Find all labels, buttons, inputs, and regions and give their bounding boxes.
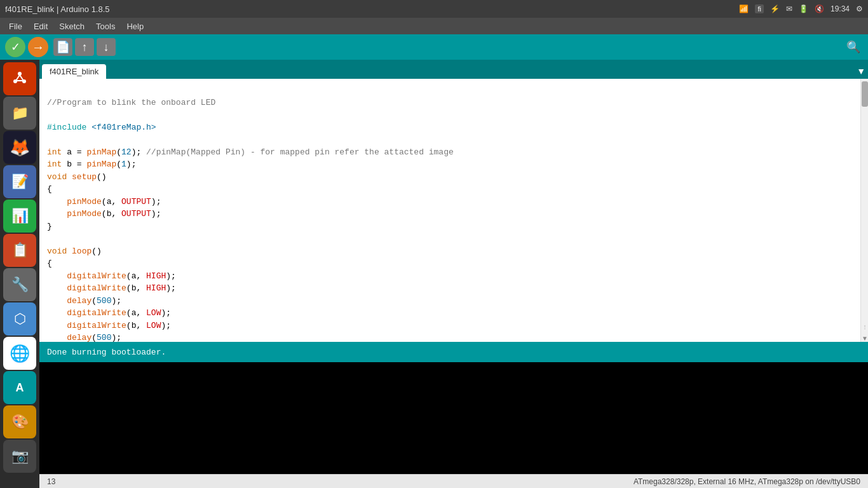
open-button[interactable]: ↑ (75, 38, 94, 56)
status-bar: Done burning bootloader. (39, 342, 868, 362)
titlebar-title: f401RE_blink | Arduino 1.8.5 (5, 4, 110, 14)
tools-icon[interactable]: 🔧 (3, 268, 36, 301)
save-button[interactable]: ↓ (97, 38, 116, 56)
clock: 19:34 (831, 4, 850, 13)
search-button[interactable]: 🔍 (844, 37, 863, 57)
camera-icon[interactable]: 📷 (3, 440, 36, 473)
text-editor-icon[interactable]: 📝 (3, 165, 36, 198)
menu-edit[interactable]: Edit (29, 20, 53, 32)
menu-help[interactable]: Help (121, 20, 149, 32)
console-output (39, 362, 868, 474)
menubar: File Edit Sketch Tools Help (0, 18, 868, 34)
tab-label: f401RE_blink (50, 67, 98, 76)
titlebar: f401RE_blink | Arduino 1.8.5 📶 fi ⚡ ✉ 🔋 … (0, 0, 868, 18)
new-button[interactable]: 📄 (53, 38, 72, 56)
volume-icon: 🔇 (815, 4, 824, 13)
bluetooth-icon: ⚡ (770, 4, 780, 13)
spreadsheet-icon[interactable]: 📊 (3, 200, 36, 233)
main-area: 📁 🦊 📝 📊 📋 🔧 ⬡ 🌐 A 🎨 📷 f401RE_blink ▼ //P… (0, 60, 868, 488)
settings-icon: ⚙ (856, 4, 863, 13)
status-message: Done burning bootloader. (47, 348, 166, 357)
status-footer: 13 ATmega328/328p, External 16 MHz, ATme… (39, 474, 868, 488)
firefox-icon[interactable]: 🦊 (3, 131, 36, 164)
image-editor-icon[interactable]: 🎨 (3, 405, 36, 438)
toolbar: ✓ → 📄 ↑ ↓ 🔍 (0, 34, 868, 60)
code-editor[interactable]: //Program to blink the onboard LED #incl… (39, 79, 860, 342)
mail-icon: ✉ (786, 4, 792, 13)
fi-badge: fi (755, 4, 764, 13)
scrollbar-track[interactable]: ▼ ⋮ (860, 79, 868, 342)
titlebar-left: f401RE_blink | Arduino 1.8.5 (5, 4, 110, 14)
tab-dropdown-button[interactable]: ▼ (857, 66, 865, 76)
scrollbar-thumb[interactable] (862, 81, 868, 107)
scrollbar-down-arrow[interactable]: ▼ (861, 334, 868, 342)
upload-button[interactable]: → (28, 37, 48, 57)
menu-file[interactable]: File (4, 20, 27, 32)
3d-icon[interactable]: ⬡ (3, 302, 36, 336)
ubuntu-icon[interactable] (3, 62, 36, 95)
files-icon[interactable]: 📁 (3, 97, 36, 130)
sidebar: 📁 🦊 📝 📊 📋 🔧 ⬡ 🌐 A 🎨 📷 (0, 60, 39, 488)
bottom-area: Done burning bootloader. 13 ATmega328/32… (39, 342, 868, 488)
board-info: ATmega328/328p, External 16 MHz, ATmega3… (634, 477, 860, 486)
scrollbar-resize: ⋮ (861, 319, 868, 334)
tabbar: f401RE_blink ▼ (39, 60, 868, 79)
titlebar-right: 📶 fi ⚡ ✉ 🔋 🔇 19:34 ⚙ (739, 4, 863, 13)
battery-icon: 🔋 (799, 4, 808, 13)
verify-button[interactable]: ✓ (5, 37, 25, 57)
line-number: 13 (47, 477, 55, 486)
editor-area: f401RE_blink ▼ //Program to blink the on… (39, 60, 868, 488)
wifi-icon: 📶 (739, 4, 749, 13)
arduino-icon[interactable]: A (3, 371, 36, 404)
code-area: //Program to blink the onboard LED #incl… (39, 79, 868, 342)
menu-sketch[interactable]: Sketch (54, 20, 90, 32)
code-content: //Program to blink the onboard LED #incl… (39, 84, 860, 342)
menu-tools[interactable]: Tools (91, 20, 120, 32)
presentation-icon[interactable]: 📋 (3, 234, 36, 267)
tab-f401re-blink[interactable]: f401RE_blink (42, 64, 106, 79)
chrome-icon[interactable]: 🌐 (3, 337, 36, 370)
